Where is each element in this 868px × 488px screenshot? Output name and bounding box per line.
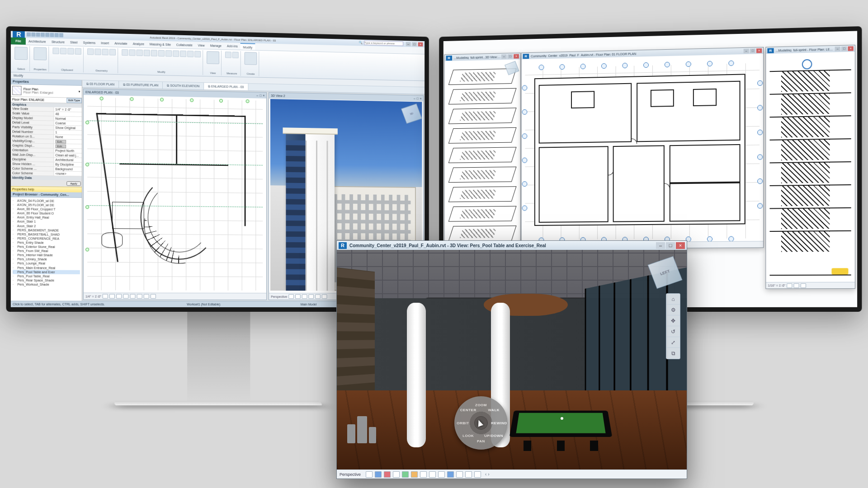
- tab-view[interactable]: View: [195, 42, 208, 49]
- close-button[interactable]: ×: [514, 54, 519, 59]
- minimize-button[interactable]: –: [406, 42, 411, 46]
- property-value[interactable]: Edit...: [53, 139, 82, 144]
- ribbon-button[interactable]: [67, 48, 74, 55]
- vcb-icon[interactable]: [366, 471, 373, 478]
- ribbon-button[interactable]: [109, 49, 116, 55]
- steering-wheel-segment[interactable]: ORBIT: [457, 421, 469, 425]
- view-scale[interactable]: 1/4" = 1'-0": [85, 295, 101, 298]
- edit-button[interactable]: Edit...: [55, 140, 66, 143]
- nav-icon[interactable]: ⧉: [666, 348, 680, 359]
- tab-collaborate[interactable]: Collaborate: [174, 41, 195, 48]
- browser-item[interactable]: Pers_Main Entrance_Real: [13, 266, 80, 270]
- tab-systems[interactable]: Systems: [80, 39, 99, 46]
- vcb-icon[interactable]: [103, 294, 108, 299]
- property-value[interactable]: By Discipline: [53, 162, 82, 167]
- ribbon-button[interactable]: [129, 49, 135, 56]
- property-value[interactable]: Project North: [53, 149, 82, 153]
- view-tab[interactable]: ⧉ ENLARGED PLAN - 03: [204, 83, 248, 90]
- revit-logo-icon[interactable]: R: [446, 56, 452, 61]
- plan-canvas[interactable]: [87, 97, 263, 291]
- tab-structure[interactable]: Structure: [49, 38, 67, 46]
- close-button[interactable]: ×: [756, 48, 762, 53]
- view-title-bar[interactable]: ENLARGED PLAN - 03 –□×: [84, 89, 266, 99]
- ribbon-button[interactable]: [194, 51, 201, 57]
- ribbon-button[interactable]: [60, 48, 66, 55]
- float-title-bar[interactable]: R Community_Center_v2019_Paul_F_Aubin.rv…: [337, 241, 687, 250]
- revit-logo-icon[interactable]: R: [523, 54, 529, 59]
- property-value[interactable]: 1: [53, 130, 82, 135]
- ribbon-button[interactable]: [122, 49, 128, 56]
- qat-icon[interactable]: [59, 33, 63, 37]
- drawing-area-plan[interactable]: ENLARGED PLAN - 03 –□×: [83, 89, 267, 300]
- steering-wheel-segment[interactable]: WALK: [488, 408, 500, 412]
- minimize-button[interactable]: –: [835, 47, 840, 51]
- project-browser-tree[interactable]: AXON_04 FLOOR_wl DE AXON_05 FLOOR_wl DE …: [11, 197, 82, 300]
- vcb-icon[interactable]: [465, 471, 472, 478]
- ribbon-button[interactable]: [158, 50, 165, 56]
- vcb-icon[interactable]: [116, 294, 122, 299]
- close-button[interactable]: ×: [418, 42, 423, 46]
- tab-analyze[interactable]: Analyze: [130, 40, 147, 47]
- property-value[interactable]: Coarse: [53, 121, 82, 126]
- view-tab[interactable]: ⧉ SOUTH ELEVATION: [163, 82, 204, 89]
- search-input[interactable]: [364, 41, 403, 46]
- ribbon-button[interactable]: [33, 47, 47, 60]
- property-value[interactable]: 48: [53, 112, 82, 116]
- qat-icon[interactable]: [31, 33, 35, 37]
- steering-wheel-segment[interactable]: ZOOM: [475, 403, 487, 407]
- section-canvas[interactable]: [766, 52, 855, 288]
- vcb-icon[interactable]: [137, 294, 142, 299]
- vcb-icon[interactable]: [420, 471, 427, 478]
- property-value[interactable]: <none>: [53, 171, 82, 176]
- qat-icon[interactable]: [41, 33, 45, 37]
- ribbon-button[interactable]: [180, 51, 186, 57]
- search-icon[interactable]: 🔍: [359, 41, 363, 44]
- vcb-icon[interactable]: [438, 471, 445, 478]
- vcb-icon[interactable]: [456, 471, 463, 478]
- properties-apply-button[interactable]: Apply: [66, 181, 81, 186]
- maximize-button[interactable]: □: [750, 48, 755, 53]
- vcb-icon[interactable]: [801, 283, 806, 288]
- tab-file[interactable]: File: [11, 38, 26, 45]
- property-value[interactable]: Normal: [53, 117, 82, 121]
- view-scale[interactable]: Perspective: [340, 472, 361, 477]
- float-window-interior-render[interactable]: R Community_Center_v2019_Paul_F_Aubin.rv…: [336, 240, 687, 479]
- maximize-button[interactable]: □: [412, 42, 417, 46]
- property-value[interactable]: Clean all wall j...: [53, 153, 82, 158]
- vcb-icon[interactable]: [793, 283, 799, 288]
- axon-canvas[interactable]: [445, 59, 520, 267]
- revit-logo-icon[interactable]: R: [767, 48, 774, 53]
- steering-wheel-segment[interactable]: UP/DOWN: [484, 434, 503, 438]
- status-mainmodel[interactable]: Main Model: [301, 303, 316, 306]
- tab-architecture[interactable]: Architecture: [26, 38, 49, 45]
- vcb-icon[interactable]: [302, 294, 307, 299]
- vcb-icon[interactable]: [384, 471, 391, 478]
- ribbon-button[interactable]: [137, 50, 143, 56]
- navigation-bar[interactable]: ⌂⚙✥↺⤢⧉: [666, 293, 680, 359]
- view-max-icon[interactable]: □: [259, 94, 261, 97]
- vcb-icon[interactable]: [474, 471, 481, 478]
- vcb-icon[interactable]: [130, 294, 136, 299]
- view-control-bar[interactable]: Perspective ‹ ›: [337, 469, 687, 479]
- property-value[interactable]: Show Original: [53, 126, 82, 130]
- browser-item[interactable]: Pers_Pool Table_Real: [13, 274, 80, 278]
- vcb-icon[interactable]: [411, 471, 418, 478]
- view-max-icon[interactable]: □: [417, 97, 419, 100]
- vcb-chevrons-icon[interactable]: ‹ ›: [485, 472, 489, 477]
- nav-icon[interactable]: ✥: [666, 315, 680, 326]
- browser-item[interactable]: Pers_Lounge_Real: [13, 261, 80, 266]
- qat-icon[interactable]: [45, 33, 49, 37]
- browser-item[interactable]: Pers_Workout_Shade: [13, 282, 80, 287]
- vcb-icon[interactable]: [288, 294, 294, 299]
- vcb-icon[interactable]: [402, 471, 409, 478]
- tab-add-ins[interactable]: Add-Ins: [224, 42, 241, 50]
- property-value[interactable]: Background: [53, 167, 82, 171]
- view-min-icon[interactable]: –: [256, 94, 258, 97]
- nav-icon[interactable]: ⌂: [666, 294, 680, 305]
- property-value[interactable]: None: [53, 135, 82, 139]
- floorplan-canvas[interactable]: [522, 54, 764, 249]
- vcb-icon[interactable]: [315, 294, 321, 299]
- view-scale[interactable]: 1/16" = 1'-0": [768, 284, 785, 287]
- tab-manage[interactable]: Manage: [208, 42, 224, 49]
- float-window-axon[interactable]: R ...Modeling_full-sprint...3D View: {3D…: [444, 53, 521, 267]
